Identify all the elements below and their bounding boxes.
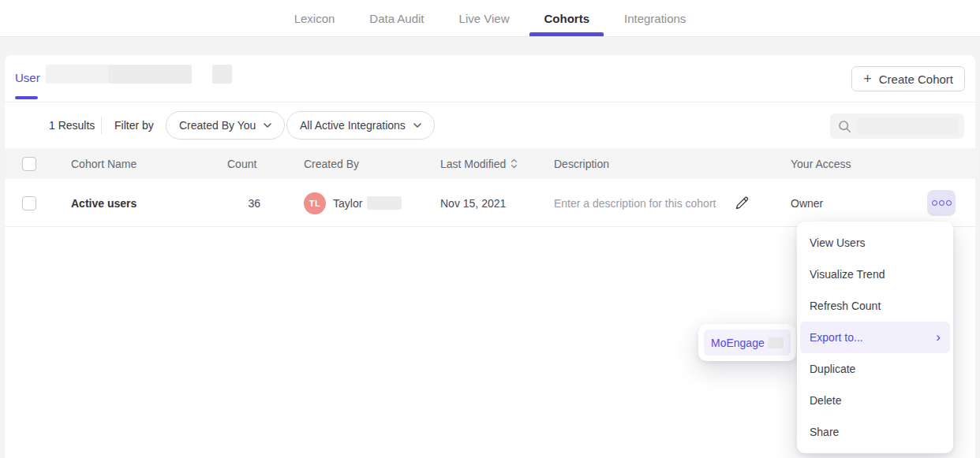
menu-item-view-users[interactable]: View Users — [800, 227, 950, 259]
header-last-modified-label: Last Modified — [440, 158, 506, 170]
table-header: Cohort Name Count Created By Last Modifi… — [5, 148, 975, 179]
top-nav: Lexicon Data Audit Live View Cohorts Int… — [0, 0, 980, 37]
menu-item-export-to[interactable]: Export to... › — [800, 322, 950, 353]
integrations-filter-dropdown[interactable]: All Active Integrations — [286, 111, 435, 140]
row-checkbox[interactable] — [22, 196, 36, 210]
plus-icon: + — [863, 72, 872, 86]
active-nav-indicator — [529, 32, 604, 36]
redacted-block — [212, 65, 232, 84]
more-dots-icon — [932, 200, 937, 206]
submenu-item-moengage[interactable]: MoEngage — [704, 330, 791, 356]
menu-item-refresh-count[interactable]: Refresh Count — [800, 290, 950, 322]
chevron-right-icon: › — [936, 330, 941, 344]
menu-item-delete[interactable]: Delete — [800, 385, 950, 416]
row-context-menu: View Users Visualize Trend Refresh Count… — [797, 222, 953, 453]
integrations-filter-label: All Active Integrations — [300, 119, 406, 132]
tab-user-label: User — [15, 71, 40, 84]
submenu-item-moengage-label: MoEngage — [711, 337, 765, 349]
avatar: TL — [304, 192, 326, 214]
created-by-name: Taylor — [333, 197, 362, 210]
header-cohort-name: Cohort Name — [71, 148, 137, 179]
access-value: Owner — [791, 179, 823, 227]
row-more-actions-button[interactable] — [927, 190, 956, 216]
create-cohort-button[interactable]: + Create Cohort — [851, 66, 965, 91]
filter-bar: 1 Results Filter by Created By You All A… — [5, 102, 975, 148]
more-dots-icon — [946, 200, 952, 206]
results-count: 1 Results — [49, 102, 95, 148]
search-icon — [838, 120, 851, 133]
menu-item-share[interactable]: Share — [800, 416, 950, 448]
panel-tabs-row: User + Create Cohort — [5, 55, 975, 102]
nav-tab-integrations[interactable]: Integrations — [607, 0, 703, 36]
description-placeholder[interactable]: Enter a description for this cohort — [554, 179, 716, 227]
created-by-cell: TL Taylor — [304, 179, 402, 227]
header-last-modified[interactable]: Last Modified — [440, 148, 518, 179]
created-by-filter-dropdown[interactable]: Created By You — [166, 111, 285, 140]
more-dots-icon — [939, 200, 944, 206]
nav-tab-data-audit[interactable]: Data Audit — [352, 0, 441, 36]
redacted-block — [108, 65, 192, 84]
divider — [101, 117, 102, 134]
create-cohort-label: Create Cohort — [879, 73, 953, 86]
menu-item-export-to-label: Export to... — [810, 331, 863, 344]
cohort-count: 36 — [227, 179, 260, 227]
header-count: Count — [227, 148, 260, 179]
filter-by-label: Filter by — [114, 102, 154, 148]
edit-description-icon[interactable] — [734, 195, 750, 211]
redacted-block — [858, 118, 958, 134]
redacted-block — [46, 65, 108, 84]
active-tab-indicator — [15, 96, 38, 99]
nav-tab-live-view[interactable]: Live View — [442, 0, 527, 36]
redacted-block — [367, 196, 402, 210]
tab-user[interactable]: User — [15, 55, 40, 99]
nav-tab-cohorts[interactable]: Cohorts — [526, 0, 607, 36]
export-submenu: MoEngage — [698, 324, 796, 361]
search-input[interactable] — [830, 114, 964, 139]
menu-item-duplicate[interactable]: Duplicate — [800, 353, 950, 385]
nav-tab-cohorts-label: Cohorts — [544, 12, 589, 25]
nav-tab-lexicon[interactable]: Lexicon — [277, 0, 353, 36]
select-all-cell — [22, 148, 36, 179]
chevron-down-icon — [413, 123, 421, 128]
table-row[interactable]: Active users 36 TL Taylor Nov 15, 2021 E… — [5, 179, 975, 227]
header-description: Description — [554, 148, 609, 179]
header-created-by: Created By — [304, 148, 359, 179]
last-modified-value: Nov 15, 2021 — [440, 179, 506, 227]
select-all-checkbox[interactable] — [22, 157, 36, 171]
header-your-access: Your Access — [791, 148, 851, 179]
redacted-block — [768, 337, 784, 348]
created-by-filter-label: Created By You — [179, 119, 256, 132]
sort-icon — [511, 158, 518, 169]
chevron-down-icon — [264, 123, 271, 128]
menu-item-visualize-trend[interactable]: Visualize Trend — [800, 259, 950, 290]
cohort-name[interactable]: Active users — [71, 179, 137, 227]
row-select-cell — [22, 179, 36, 227]
